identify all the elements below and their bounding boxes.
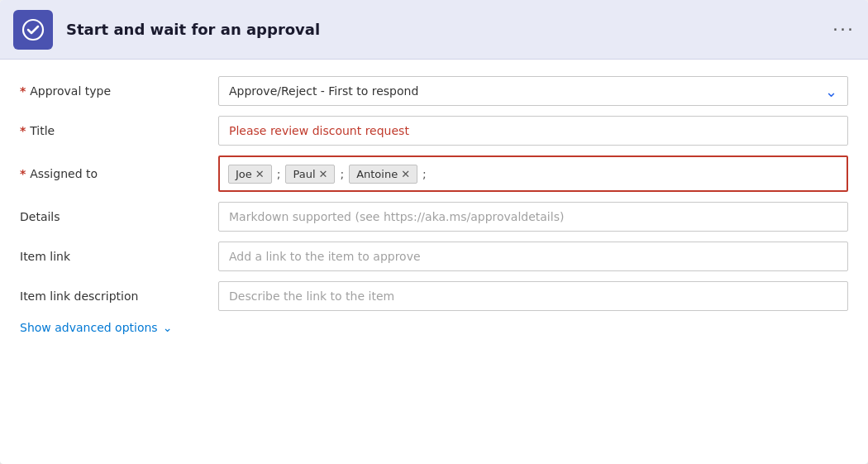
title-row: Title Please review discount request bbox=[20, 116, 848, 146]
more-options-button[interactable]: ··· bbox=[832, 21, 855, 39]
assigned-to-field[interactable]: Joe ✕ ; Paul ✕ ; Antoine ✕ ; bbox=[218, 155, 848, 192]
card-body: Approval type Approve/Reject - First to … bbox=[0, 60, 868, 354]
show-advanced-options-button[interactable]: Show advanced options ⌄ bbox=[20, 321, 848, 334]
assigned-to-label: Assigned to bbox=[20, 167, 218, 180]
assignee-tag-joe: Joe ✕ bbox=[228, 165, 272, 184]
approval-card: Start and wait for an approval ··· Appro… bbox=[0, 0, 868, 464]
separator-2: ; bbox=[340, 167, 344, 180]
item-link-label: Item link bbox=[20, 250, 218, 263]
svg-point-0 bbox=[23, 20, 43, 40]
remove-paul-button[interactable]: ✕ bbox=[319, 169, 328, 179]
remove-antoine-button[interactable]: ✕ bbox=[401, 169, 410, 179]
item-link-description-row: Item link description Describe the link … bbox=[20, 281, 848, 311]
show-advanced-label: Show advanced options bbox=[20, 321, 158, 334]
assignee-tag-paul: Paul ✕ bbox=[285, 165, 335, 184]
item-link-placeholder: Add a link to the item to approve bbox=[229, 250, 421, 263]
remove-joe-button[interactable]: ✕ bbox=[255, 169, 265, 179]
assignee-name-joe: Joe bbox=[236, 168, 252, 180]
card-header: Start and wait for an approval ··· bbox=[0, 0, 868, 60]
title-value: Please review discount request bbox=[229, 124, 409, 137]
approval-type-value: Approve/Reject - First to respond bbox=[229, 84, 418, 98]
chevron-down-icon: ⌄ bbox=[163, 321, 173, 334]
approval-type-row: Approval type Approve/Reject - First to … bbox=[20, 76, 848, 106]
details-input[interactable]: Markdown supported (see https://aka.ms/a… bbox=[218, 202, 848, 232]
assignee-name-antoine: Antoine bbox=[356, 168, 398, 180]
chevron-down-icon: ⌄ bbox=[825, 83, 837, 100]
details-row: Details Markdown supported (see https://… bbox=[20, 202, 848, 232]
header-icon bbox=[13, 10, 53, 50]
separator-1: ; bbox=[277, 167, 281, 180]
approval-type-dropdown[interactable]: Approve/Reject - First to respond ⌄ bbox=[218, 76, 848, 106]
assignee-name-paul: Paul bbox=[293, 168, 315, 180]
title-label: Title bbox=[20, 124, 218, 137]
assigned-to-row: Assigned to Joe ✕ ; Paul ✕ ; Antoine ✕ ; bbox=[20, 155, 848, 192]
header-title: Start and wait for an approval bbox=[66, 21, 832, 38]
title-input[interactable]: Please review discount request bbox=[218, 116, 848, 146]
assignee-tag-antoine: Antoine ✕ bbox=[349, 165, 417, 184]
item-link-description-placeholder: Describe the link to the item bbox=[229, 289, 394, 303]
approval-type-label: Approval type bbox=[20, 84, 218, 98]
item-link-input[interactable]: Add a link to the item to approve bbox=[218, 242, 848, 271]
item-link-description-input[interactable]: Describe the link to the item bbox=[218, 281, 848, 311]
item-link-description-label: Item link description bbox=[20, 289, 218, 303]
details-label: Details bbox=[20, 210, 218, 223]
details-placeholder: Markdown supported (see https://aka.ms/a… bbox=[229, 210, 564, 223]
item-link-row: Item link Add a link to the item to appr… bbox=[20, 242, 848, 271]
separator-3: ; bbox=[422, 167, 427, 180]
